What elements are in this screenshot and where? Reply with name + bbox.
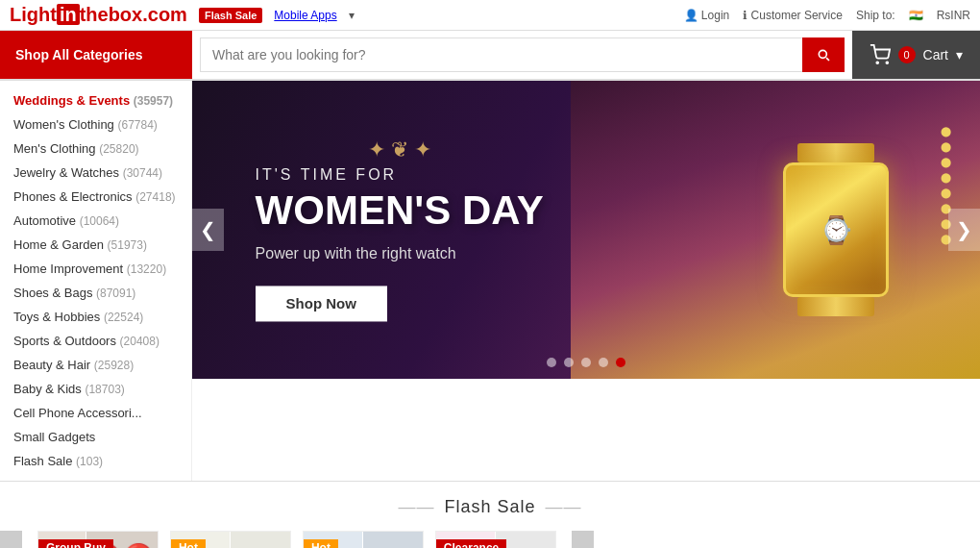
banner-dot-2[interactable] (564, 358, 574, 367)
logo[interactable]: Lightinthebox.com (10, 4, 187, 26)
watch-face: ⌚ (783, 162, 889, 297)
topbar-right: 👤 Login ℹ Customer Service Ship to: 🇮🇳 R… (684, 9, 970, 22)
sidebar-item-count: (35957) (134, 94, 173, 108)
product-badge-group-buy: Group Buy (38, 539, 113, 548)
logo-text: Light (10, 4, 57, 25)
sidebar-item-cell-phone[interactable]: Cell Phone Accessori... (0, 401, 191, 425)
banner: ⌚ ⬤⬤⬤⬤⬤⬤⬤⬤ ✦ ❦ ✦ IT'S TIME FOR WOMEN'S D… (192, 81, 980, 379)
product-badge-hot-1: Hot (171, 539, 206, 548)
banner-next-button[interactable]: ❯ (948, 209, 980, 251)
watch-band-bottom (797, 297, 874, 316)
sidebar-item-jewelry[interactable]: Jewelry & Watches (30744) (0, 161, 191, 185)
sidebar-item-automotive[interactable]: Automotive (10064) (0, 209, 191, 233)
sidebar-item-toys[interactable]: Toys & Hobbies (22524) (0, 305, 191, 329)
cart-button[interactable]: 0 Cart ▾ (852, 31, 980, 79)
sidebar-item-womens-clothing[interactable]: Women's Clothing (67784) (0, 112, 191, 137)
topbar-left: Lightinthebox.com Flash Sale Mobile Apps… (10, 4, 355, 26)
banner-ornament: ✦ ❦ ✦ (256, 137, 544, 162)
login-link[interactable]: 👤 Login (684, 9, 730, 22)
ship-to-label: Ship to: (856, 9, 895, 22)
sidebar-item-flash-sale[interactable]: Flash Sale (103) (0, 449, 191, 473)
sidebar-item-shoes[interactable]: Shoes & Bags (87091) (0, 281, 191, 305)
sidebar-item-sports[interactable]: Sports & Outdoors (20408) (0, 329, 191, 353)
search-area (192, 31, 852, 79)
product-card-walkie[interactable]: Hot 📻 📡 📟 🔲 Walkie Talkies (303, 531, 424, 548)
sidebar-item-label: Weddings & Events (13, 93, 134, 108)
products-row: Group Buy 🥋 ⭕⭕⭕⭕ 🌸 ⬛ Group Buy Products … (22, 531, 572, 548)
banner-dot-1[interactable] (547, 358, 556, 367)
watch-band-top (797, 143, 874, 162)
user-icon: 👤 (684, 9, 698, 22)
product-card-shoes[interactable]: Clearance 👢 👢 👡 👢 Shoes & Boots (435, 531, 556, 548)
sidebar: Weddings & Events (35957) Women's Clothi… (0, 81, 192, 481)
flag-icon: 🇮🇳 (909, 9, 923, 22)
products-next-button[interactable]: ❯ (572, 531, 594, 548)
watch-decoration: ⌚ (783, 143, 889, 316)
product-img-radio2: 📡 (363, 532, 422, 548)
cart-count: 0 (898, 46, 916, 63)
shop-now-button[interactable]: Shop Now (256, 286, 387, 322)
banner-dots (192, 358, 980, 367)
banner-dot-3[interactable] (581, 358, 591, 367)
search-button[interactable] (802, 37, 845, 72)
svg-point-1 (886, 62, 888, 63)
sidebar-item-home-improvement[interactable]: Home Improvement (13220) (0, 257, 191, 281)
search-input[interactable] (200, 37, 802, 72)
info-icon: ℹ (743, 9, 747, 22)
product-card-grooming[interactable]: Hot 🪒 ⚙️ 🔧 💆 Grooming & Personal Care (170, 531, 291, 548)
banner-title: WOMEN'S DAY (256, 189, 544, 232)
banner-prev-button[interactable]: ❮ (192, 209, 224, 251)
product-badge-hot-2: Hot (304, 539, 338, 548)
sidebar-item-weddings[interactable]: Weddings & Events (35957) (0, 88, 191, 112)
dropdown-icon: ▾ (349, 9, 355, 22)
product-img-shaver: ⚙️ (231, 532, 289, 548)
main-layout: Weddings & Events (35957) Women's Clothi… (0, 81, 980, 481)
customer-service-link[interactable]: ℹ Customer Service (743, 9, 843, 22)
sidebar-item-beauty[interactable]: Beauty & Hair (25928) (0, 353, 191, 377)
banner-dot-5[interactable] (616, 358, 625, 367)
flash-sale-title: Flash Sale (0, 497, 980, 517)
cart-label: Cart (923, 47, 948, 62)
sidebar-item-small-gadgets[interactable]: Small Gadgets (0, 425, 191, 449)
cart-icon (870, 44, 891, 65)
currency-label: RsINR (937, 9, 970, 22)
logo-in: in (57, 4, 80, 25)
banner-description: Power up with the right watch (256, 246, 544, 263)
flash-sale-badge[interactable]: Flash Sale (199, 8, 262, 23)
banner-text-content: ✦ ❦ ✦ IT'S TIME FOR WOMEN'S DAY Power up… (256, 137, 544, 321)
sidebar-item-mens-clothing[interactable]: Men's Clothing (25820) (0, 137, 191, 161)
logo-rest: thebox.com (80, 4, 187, 25)
sidebar-item-home-garden[interactable]: Home & Garden (51973) (0, 233, 191, 257)
cart-dropdown-icon: ▾ (956, 47, 963, 62)
sidebar-item-baby[interactable]: Baby & Kids (18703) (0, 377, 191, 401)
products-prev-button[interactable]: ❮ (0, 531, 22, 548)
product-card-group-buy[interactable]: Group Buy 🥋 ⭕⭕⭕⭕ 🌸 ⬛ Group Buy Products (37, 531, 159, 548)
navbar: Shop All Categories 0 Cart ▾ (0, 31, 980, 81)
flash-sale-section: Flash Sale ❮ Group Buy 🥋 ⭕⭕⭕⭕ 🌸 ⬛ Group … (0, 481, 980, 548)
sidebar-item-phones[interactable]: Phones & Electronics (27418) (0, 185, 191, 209)
products-wrapper: ❮ Group Buy 🥋 ⭕⭕⭕⭕ 🌸 ⬛ Group Buy Product… (0, 531, 980, 548)
banner-subtitle: IT'S TIME FOR (256, 166, 544, 184)
product-badge-clearance: Clearance (436, 539, 506, 548)
banner-dot-4[interactable] (599, 358, 608, 367)
shop-all-categories-button[interactable]: Shop All Categories (0, 31, 192, 79)
banner-watch-area: ⌚ ⬤⬤⬤⬤⬤⬤⬤⬤ (730, 95, 942, 364)
svg-point-0 (876, 62, 878, 63)
search-icon (816, 47, 831, 62)
mobile-apps-link[interactable]: Mobile Apps (274, 9, 336, 22)
topbar: Lightinthebox.com Flash Sale Mobile Apps… (0, 0, 980, 31)
